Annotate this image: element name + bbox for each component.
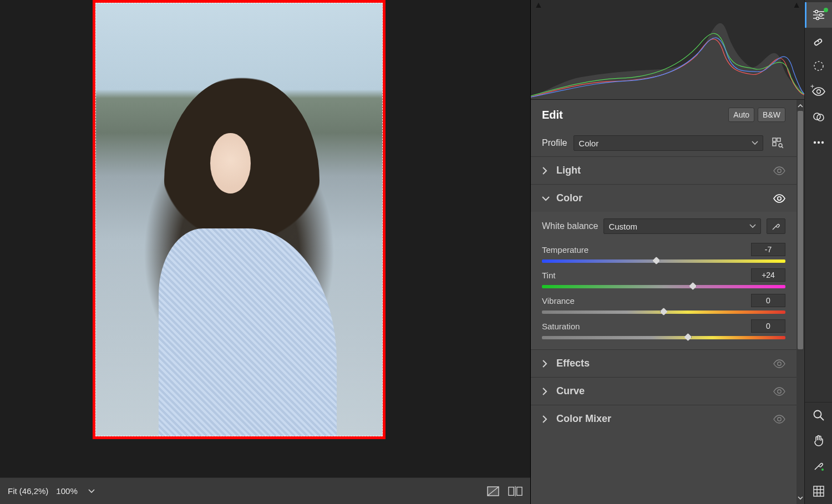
section-color-header[interactable]: Color	[531, 185, 797, 212]
edit-title: Edit	[542, 109, 563, 121]
visibility-icon[interactable]	[773, 359, 785, 368]
tool-more[interactable]	[805, 130, 833, 155]
slider-vibrance-value[interactable]: 0	[751, 294, 785, 307]
view-single-icon[interactable]	[486, 484, 500, 498]
section-light-header[interactable]: Light	[531, 157, 797, 184]
status-bar: Fit (46,2%) 100%	[0, 477, 530, 504]
tool-red-eye[interactable]: +	[805, 79, 833, 104]
scroll-up-icon[interactable]	[797, 101, 804, 111]
tool-color-sampler[interactable]	[805, 453, 833, 478]
histogram-highlight-clip-icon[interactable]: ▲	[792, 0, 801, 10]
scroll-down-icon[interactable]	[797, 493, 804, 503]
selection-marching-ants	[95, 3, 383, 436]
svg-rect-5	[773, 138, 776, 141]
svg-line-31	[820, 417, 824, 420]
svg-point-14	[778, 417, 781, 420]
view-compare-icon[interactable]	[508, 484, 522, 498]
section-color-mixer-title: Color Mixer	[556, 413, 611, 425]
visibility-icon[interactable]	[773, 194, 785, 203]
edit-panels-viewport: Edit Auto B&W Profile Color	[531, 100, 797, 504]
tool-grid[interactable]	[805, 478, 833, 504]
section-light: Light	[531, 156, 797, 184]
svg-rect-3	[517, 487, 522, 495]
section-effects: Effects	[531, 349, 797, 377]
tool-edit-sliders[interactable]	[805, 2, 833, 28]
slider-tint-value[interactable]: +24	[751, 268, 785, 282]
chevron-right-icon	[542, 388, 551, 395]
slider-tint-track[interactable]	[542, 285, 785, 288]
white-balance-eyedropper[interactable]	[767, 218, 785, 234]
chevron-down-icon	[542, 196, 551, 201]
svg-point-29	[821, 141, 823, 144]
slider-saturation-track[interactable]	[542, 336, 785, 339]
profile-browser-icon[interactable]	[770, 135, 785, 151]
white-balance-row: White balance Custom	[542, 215, 785, 237]
svg-point-24	[816, 90, 820, 94]
canvas-inner	[0, 0, 530, 477]
edit-panels: Edit Auto B&W Profile Color	[531, 100, 804, 504]
section-light-title: Light	[556, 165, 581, 176]
svg-point-13	[778, 389, 781, 393]
section-color-title: Color	[556, 192, 582, 204]
chevron-down-icon	[749, 224, 756, 228]
profile-select[interactable]: Color	[574, 135, 763, 151]
slider-vibrance-track[interactable]	[542, 310, 785, 314]
edit-header: Edit Auto B&W	[531, 100, 797, 130]
tool-hand[interactable]	[805, 427, 833, 453]
section-effects-header[interactable]: Effects	[531, 350, 797, 377]
tool-presets[interactable]	[805, 104, 833, 130]
tool-zoom[interactable]	[805, 402, 833, 427]
slider-saturation-label: Saturation	[542, 322, 580, 331]
section-color-body: White balance Custom	[531, 212, 797, 349]
status-fit-text[interactable]: Fit (46,2%)	[8, 486, 48, 496]
canvas-area: Fit (46,2%) 100%	[0, 0, 530, 504]
svg-rect-2	[509, 487, 514, 495]
svg-point-28	[817, 141, 819, 144]
right-toolbar: +	[804, 0, 832, 504]
svg-point-27	[813, 141, 815, 144]
svg-point-30	[814, 410, 821, 418]
svg-line-9	[782, 146, 783, 148]
slider-temperature-track[interactable]	[542, 259, 785, 263]
right-column: ▲ ▲ Edit Auto B&W Profile	[530, 0, 804, 504]
auto-button[interactable]: Auto	[728, 108, 754, 122]
visibility-icon[interactable]	[773, 415, 785, 424]
panel-scrollbar-thumb[interactable]	[798, 111, 803, 349]
slider-temperature-label: Temperature	[542, 245, 589, 254]
status-dot-icon	[824, 8, 828, 12]
svg-point-32	[821, 469, 824, 471]
histogram-panel[interactable]: ▲ ▲	[531, 0, 804, 100]
chevron-right-icon	[542, 360, 551, 368]
white-balance-select[interactable]: Custom	[603, 218, 761, 234]
section-color: Color White balance Custom	[531, 184, 797, 349]
section-curve-header[interactable]: Curve	[531, 378, 797, 405]
bw-button[interactable]: B&W	[758, 108, 785, 122]
section-color-mixer-header[interactable]: Color Mixer	[531, 405, 797, 432]
svg-point-16	[815, 11, 818, 13]
canvas-frame[interactable]	[93, 0, 385, 439]
visibility-icon[interactable]	[773, 387, 785, 396]
histogram-shadow-clip-icon[interactable]: ▲	[534, 0, 543, 10]
profile-row: Profile Color	[531, 130, 797, 156]
slider-saturation-thumb[interactable]	[684, 333, 692, 341]
slider-saturation-value[interactable]: 0	[751, 319, 785, 333]
chevron-down-icon	[752, 141, 758, 145]
svg-point-10	[778, 169, 781, 172]
status-zoom-text[interactable]: 100%	[56, 486, 77, 496]
svg-rect-6	[777, 138, 780, 141]
svg-rect-7	[773, 142, 776, 146]
section-color-mixer: Color Mixer	[531, 405, 797, 432]
slider-tint-label: Tint	[542, 271, 555, 280]
panel-scrollbar[interactable]	[797, 100, 804, 504]
white-balance-value: Custom	[608, 222, 637, 231]
plus-badge-icon: +	[810, 83, 814, 90]
visibility-icon[interactable]	[773, 166, 785, 175]
tool-healing-brush[interactable]	[805, 28, 833, 53]
section-curve: Curve	[531, 377, 797, 405]
slider-temperature-value[interactable]: -7	[751, 243, 785, 256]
svg-rect-33	[814, 486, 824, 496]
tool-masking[interactable]	[805, 53, 833, 79]
zoom-dropdown-toggle[interactable]	[85, 485, 98, 497]
slider-vibrance: Vibrance 0	[542, 288, 785, 314]
slider-temperature: Temperature -7	[542, 237, 785, 263]
